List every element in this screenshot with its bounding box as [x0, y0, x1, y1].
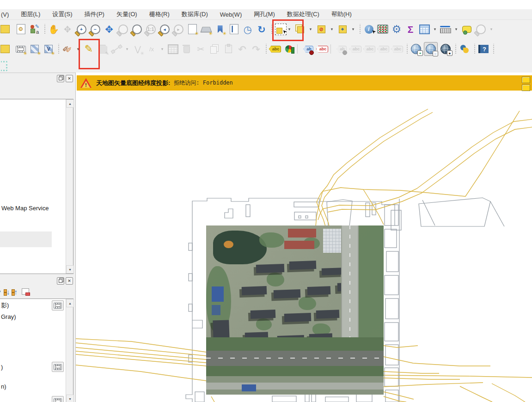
show-sum-statistics-icon[interactable]: Σ — [404, 23, 416, 35]
redo-icon[interactable]: ↷ — [250, 43, 262, 55]
scroll-down-icon[interactable]: ▼ — [66, 395, 74, 402]
zoom-out-icon[interactable]: − — [89, 23, 101, 35]
map-tips-icon[interactable] — [461, 23, 473, 35]
remove-layer-icon[interactable] — [22, 288, 29, 295]
zoom-full-extent-icon[interactable]: ✥ — [103, 23, 115, 35]
undo-icon[interactable]: ↶ — [236, 43, 248, 55]
toggle-editing-icon[interactable]: ✎ — [83, 43, 95, 55]
wms-tree-item[interactable]: Web Map Service — [1, 205, 49, 212]
menu-item-0[interactable]: (V) — [1, 11, 9, 18]
quickmap-settings-icon[interactable]: ● — [440, 43, 452, 55]
delete-part-icon[interactable]: /x — [146, 43, 158, 55]
select-features-icon[interactable]: ➤ — [275, 23, 287, 35]
layers-toolbar-caret[interactable]: ▾ — [0, 289, 2, 294]
close-panel-icon[interactable]: ✕ — [66, 277, 73, 285]
layer-row-1[interactable]: Gray) — [0, 311, 59, 322]
select-by-value-dropdown[interactable]: ▾ — [329, 23, 335, 35]
message-bar-close-icon[interactable] — [522, 85, 530, 91]
scroll-up-icon[interactable]: ▲ — [66, 99, 74, 108]
new-virtual-layer-icon[interactable]: V✳ — [43, 43, 55, 55]
new-shapefile-layer-icon[interactable]: ✳ — [29, 43, 41, 55]
deselect-features-icon[interactable] — [294, 23, 306, 35]
select-by-location-icon[interactable]: ⌖ — [336, 23, 349, 35]
label-highlight-icon[interactable]: ab — [302, 43, 314, 55]
menu-item-6[interactable]: 数据库(D) — [182, 10, 208, 18]
zoom-next-icon[interactable]: ▸ — [172, 23, 184, 35]
layer-row-3[interactable]: n) — [0, 381, 59, 391]
save-edits-icon[interactable]: ✎ — [97, 43, 109, 55]
show-hidden-labels-icon[interactable]: abc — [349, 43, 361, 55]
map-canvas[interactable]: ! 天地图矢量底图经纬度投影: 拒绝访问: Forbidden — [75, 73, 532, 402]
select-by-location-dropdown[interactable]: ▾ — [350, 23, 356, 35]
attribute-table-icon[interactable] — [418, 23, 430, 35]
quickmap-add-layer-icon[interactable]: + — [410, 43, 422, 55]
deselect-dropdown[interactable]: ▾ — [308, 23, 313, 35]
expand-all-icon[interactable]: ↓ — [6, 288, 10, 296]
collapse-all-icon[interactable]: ↑ — [14, 288, 18, 296]
select-features-dropdown[interactable]: ▾ — [287, 23, 292, 35]
show-bookmarks-icon[interactable]: ▎ — [228, 23, 240, 35]
measure-dropdown[interactable]: ▾ — [453, 23, 459, 35]
paste-features-icon[interactable] — [222, 43, 234, 55]
move-label-icon[interactable]: abc — [363, 43, 375, 55]
zoom-to-layer-icon[interactable] — [131, 23, 143, 35]
scroll-up-icon[interactable]: ▲ — [66, 299, 74, 307]
menu-item-1[interactable]: 图层(L) — [21, 10, 40, 18]
browser-scrollbar[interactable]: ▲ ▼ — [66, 99, 73, 274]
layer-row-2[interactable]: ) — [0, 362, 59, 372]
layers-scrollbar[interactable]: ▲ ▼ — [66, 299, 73, 402]
processing-toolbox-icon[interactable]: ⚙ — [391, 23, 403, 35]
message-bar-expand-icon[interactable] — [522, 77, 530, 83]
change-label-properties-icon[interactable]: abc — [391, 43, 403, 55]
rotate-label-icon[interactable]: abc — [377, 43, 389, 55]
python-console-icon[interactable] — [459, 43, 471, 55]
zoom-native-icon[interactable]: 1:1 — [145, 23, 157, 35]
style-manager-icon[interactable]: ✎a — [29, 23, 41, 35]
copy-features-icon[interactable] — [208, 43, 220, 55]
pan-to-selection-icon[interactable]: ✥ — [61, 23, 73, 35]
new-spatial-bookmark-icon[interactable]: ✳ — [214, 23, 226, 35]
layer-indicator-icon[interactable] — [52, 300, 64, 311]
menu-item-10[interactable]: 帮助(H) — [331, 10, 352, 18]
project-properties-icon[interactable]: ⚙ — [15, 23, 27, 35]
locator-search-icon[interactable] — [475, 23, 487, 35]
new-mesh-layer-icon[interactable]: ✳ — [15, 43, 27, 55]
locator-search-dropdown[interactable]: ▾ — [489, 23, 494, 35]
layer-row-4[interactable] — [0, 396, 59, 402]
new-3d-map-view-icon[interactable]: ✳ — [200, 23, 212, 35]
measure-icon[interactable] — [440, 23, 452, 35]
add-feature-icon[interactable] — [110, 43, 122, 55]
temporal-controller-icon[interactable]: ◷ — [242, 23, 254, 35]
statistical-summary-icon[interactable] — [377, 23, 389, 35]
layer-diagram-icon[interactable] — [283, 43, 295, 55]
menu-item-8[interactable]: 网孔(M) — [254, 10, 275, 18]
zoom-in-icon[interactable]: + — [75, 23, 87, 35]
menu-item-7[interactable]: Web(W) — [220, 11, 242, 18]
menu-item-5[interactable]: 栅格(R) — [149, 10, 170, 18]
scroll-down-icon[interactable]: ▼ — [66, 265, 74, 274]
refresh-map-icon[interactable]: ↻ — [256, 23, 268, 35]
menu-item-3[interactable]: 插件(P) — [85, 10, 104, 18]
float-panel-icon[interactable] — [57, 277, 64, 285]
selected-tree-row[interactable] — [0, 231, 52, 247]
vertex-tool-icon[interactable]: ⋁✳ — [132, 43, 144, 55]
layer-labeling-icon[interactable]: abc — [269, 43, 281, 55]
attribute-table-dropdown[interactable]: ▾ — [432, 23, 438, 35]
quickmap-search-icon[interactable]: ○ — [424, 42, 438, 56]
cut-features-icon[interactable]: ✂ — [195, 43, 207, 55]
new-map-view-icon[interactable]: ✳ — [186, 23, 198, 35]
layer-indicator-icon[interactable] — [52, 396, 64, 402]
close-panel-icon[interactable]: ✕ — [66, 75, 73, 82]
clipped-teal-icon[interactable] — [1, 60, 7, 72]
add-feature-dropdown[interactable]: ▾ — [124, 43, 130, 55]
zoom-last-icon[interactable]: ◂ — [159, 23, 171, 35]
menu-item-9[interactable]: 数据处理(C) — [287, 10, 319, 18]
menu-item-4[interactable]: 矢量(O) — [116, 10, 137, 18]
float-panel-icon[interactable] — [57, 75, 64, 82]
modify-attributes-icon[interactable] — [167, 43, 179, 55]
layer-indicator-icon[interactable] — [52, 362, 64, 372]
identify-features-icon[interactable]: i➤ — [363, 23, 375, 35]
current-edits-icon[interactable]: ✎✎ — [61, 43, 73, 55]
pin-labels-icon[interactable]: ab — [336, 43, 348, 55]
zoom-to-selection-icon[interactable] — [117, 23, 129, 35]
